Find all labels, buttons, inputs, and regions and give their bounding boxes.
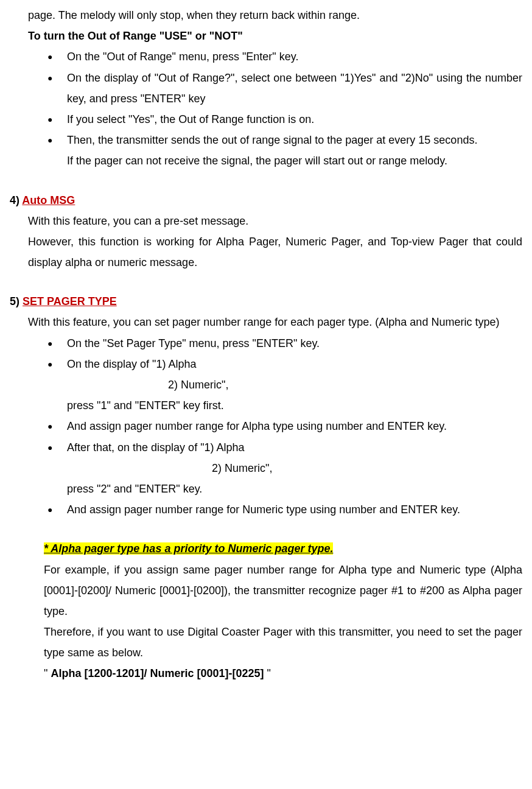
note-p1: For example, if you assign same pager nu… [10, 559, 522, 622]
bullet-subline: 2) Numeric", [10, 458, 522, 479]
bullet-icon: ● [47, 109, 67, 128]
bullet-text: After that, on the display of "1) Alpha [67, 437, 522, 458]
note-p3-bold: Alpha [1200-1201]/ Numeric [0001]-[0225] [51, 667, 264, 679]
note-p3-post: " [264, 667, 271, 679]
bullet-icon: ● [47, 68, 67, 86]
bullet-item: ● Then, the transmitter sends the out of… [10, 130, 522, 150]
bullet-item: ● And assign pager number range for Alph… [10, 416, 522, 437]
bullet-item: ● If you select "Yes", the Out of Range … [10, 109, 522, 130]
bullet-text: On the "Out of Range" menu, press "Enter… [67, 46, 522, 67]
note-p3: " Alpha [1200-1201]/ Numeric [0001]-[022… [10, 663, 522, 684]
section-4-p2: However, this function is working for Al… [10, 231, 522, 273]
section-5-heading: 5) SET PAGER TYPE [10, 291, 522, 312]
section-title: SET PAGER TYPE [23, 295, 117, 307]
bullet-icon: ● [47, 354, 67, 373]
intro-line: page. The melody will only stop, when th… [10, 5, 522, 26]
bullet-text: Then, the transmitter sends the out of r… [67, 130, 522, 150]
section-5-p1: With this feature, you can set pager num… [10, 312, 522, 332]
bullet-text: And assign pager number range for Alpha … [67, 416, 522, 437]
bullet-text: On the "Set Pager Type" menu, press "ENT… [67, 333, 522, 354]
note-p3-pre: " [44, 667, 51, 679]
bullet-continuation: If the pager can not receive the signal,… [10, 150, 522, 171]
bullet-item: ● On the display of "1) Alpha [10, 354, 522, 374]
bullet-text: On the display of "1) Alpha [67, 354, 522, 374]
note-highlight-row: * Alpha pager type has a priority to Num… [10, 538, 522, 559]
bullet-text: On the display of "Out of Range?", selec… [67, 68, 522, 109]
bullet-subline: 2) Numeric", [10, 374, 522, 395]
bullet-continuation: press "1" and "ENTER" key first. [10, 395, 522, 416]
bullet-continuation: press "2" and "ENTER" key. [10, 479, 522, 499]
section-4-p1: With this feature, you can a pre-set mes… [10, 211, 522, 231]
section-title: Auto MSG [22, 194, 75, 206]
out-of-range-heading: To turn the Out of Range "USE" or "NOT" [10, 26, 522, 46]
note-p2: Therefore, if you want to use Digital Co… [10, 622, 522, 663]
bullet-icon: ● [47, 437, 67, 456]
bullet-item: ● After that, on the display of "1) Alph… [10, 437, 522, 458]
section-4-heading: 4) Auto MSG [10, 190, 522, 211]
bullet-icon: ● [47, 130, 67, 149]
bullet-icon: ● [47, 46, 67, 65]
bullet-item: ● On the "Out of Range" menu, press "Ent… [10, 46, 522, 67]
bullet-item: ● And assign pager number range for Nume… [10, 499, 522, 520]
bullet-icon: ● [47, 333, 67, 352]
bullet-item: ● On the "Set Pager Type" menu, press "E… [10, 333, 522, 354]
section-number: 5) [10, 295, 23, 307]
bullet-text: If you select "Yes", the Out of Range fu… [67, 109, 522, 130]
bullet-icon: ● [47, 499, 67, 518]
section-number: 4) [10, 194, 22, 206]
bullet-text: And assign pager number range for Numeri… [67, 499, 522, 520]
bullet-item: ● On the display of "Out of Range?", sel… [10, 68, 522, 109]
note-highlight: * Alpha pager type has a priority to Num… [44, 542, 333, 555]
bullet-icon: ● [47, 416, 67, 435]
